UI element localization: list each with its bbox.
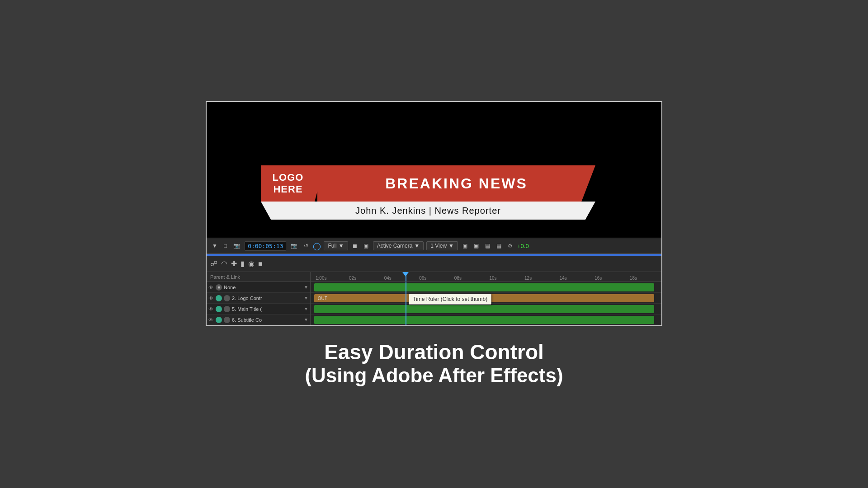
tl-btn-copy[interactable]: ▮ <box>241 259 245 268</box>
layer-row-subtitle: 👁 6. Subtitle Co ▼ <box>207 314 310 325</box>
track-row-4 <box>311 314 661 325</box>
reset-btn[interactable]: ↺ <box>302 242 310 250</box>
view-mode-1[interactable]: ▣ <box>461 242 469 250</box>
tracks-area[interactable]: 1:00s 02s 04s 06s 08s 10s 12s 14s 16s 18… <box>311 272 661 325</box>
tl-btn-add[interactable]: ✚ <box>231 259 237 268</box>
view-mode-2[interactable]: ▣ <box>472 242 481 250</box>
view-mode-3[interactable]: ▤ <box>483 242 492 250</box>
layer-icon-subtitle <box>216 317 222 323</box>
viewer-btn[interactable]: □ <box>222 242 229 250</box>
layers-header: Parent & Link <box>207 272 310 282</box>
quality-dropdown[interactable]: Full ▼ <box>324 241 348 250</box>
time-marker-2: 02s <box>349 276 356 281</box>
layer-name-none: None <box>224 285 302 290</box>
tooltip-text: Time Ruler (Click to set thumb) <box>413 296 487 302</box>
layer-icon-logo <box>216 295 222 301</box>
tl-btn-effects[interactable]: ◉ <box>248 259 255 268</box>
layer-row-main-title: 👁 5. Main Title ( ▼ <box>207 304 310 314</box>
comp-dropdown-btn[interactable]: ▼ <box>210 242 219 250</box>
time-ruler[interactable]: 1:00s 02s 04s 06s 08s 10s 12s 14s 16s 18… <box>311 272 661 282</box>
time-marker-16: 16s <box>594 276 602 281</box>
breaking-news-box: BREAKING NEWS <box>317 165 595 202</box>
view-count-dropdown[interactable]: 1 View ▼ <box>426 241 458 250</box>
layer-icon-none: ■ <box>216 284 222 291</box>
timeline-content: Parent & Link 👁 ■ None ▼ 👁 2. Lo <box>207 272 661 325</box>
track-rows: OUT Time Ruler (Click to set thumb) <box>311 282 661 325</box>
camera-label: Active Camera <box>377 243 413 249</box>
track-out-label: OUT <box>318 296 327 301</box>
layer-row-logo: 👁 2. Logo Contr ▼ <box>207 293 310 304</box>
time-marker-10: 10s <box>489 276 496 281</box>
quality-label: Full <box>328 243 336 249</box>
time-marker-12: 12s <box>524 276 532 281</box>
time-marker-14: 14s <box>560 276 567 281</box>
view-count-label: 1 View <box>430 243 447 249</box>
eye-icon-main[interactable]: 👁 <box>208 306 214 312</box>
tooltip-time-ruler: Time Ruler (Click to set thumb) <box>409 294 491 305</box>
bottom-title-sub: (Using Adobe After Effects) <box>305 364 563 387</box>
layer-row-none: 👁 ■ None ▼ <box>207 282 310 293</box>
camera-icon-btn[interactable]: 📷 <box>289 242 299 250</box>
eye-icon-subtitle[interactable]: 👁 <box>208 317 214 323</box>
main-container: LOGO HERE BREAKING NEWS John K. Jenkins … <box>206 101 662 387</box>
time-marker-18: 18s <box>630 276 637 281</box>
layer-dropdown-logo[interactable]: ▼ <box>304 296 308 300</box>
eye-icon-none[interactable]: 👁 <box>208 285 214 290</box>
snapshot-btn[interactable]: 📷 <box>231 242 242 250</box>
playhead-line <box>406 282 406 325</box>
ae-window: LOGO HERE BREAKING NEWS John K. Jenkins … <box>206 101 662 326</box>
news-banner: LOGO HERE BREAKING NEWS John K. Jenkins … <box>261 165 595 220</box>
grid-btn[interactable]: ◼ <box>351 242 359 250</box>
playhead-head-top <box>402 272 409 277</box>
tl-btn-parent[interactable]: ◠ <box>221 259 227 268</box>
track-bar-1 <box>314 283 655 291</box>
layer-name-logo: 2. Logo Contr <box>232 296 302 301</box>
preview-panel: LOGO HERE BREAKING NEWS John K. Jenkins … <box>207 102 661 238</box>
track-row-1 <box>311 282 661 293</box>
layer-icon-main <box>216 306 222 312</box>
news-banner-top: LOGO HERE BREAKING NEWS <box>261 165 595 202</box>
time-marker-8: 08s <box>454 276 462 281</box>
track-row-3 <box>311 304 661 314</box>
timeline-panel: ☍ ◠ ✚ ▮ ◉ ■ Parent & Link 👁 ■ <box>207 256 661 325</box>
track-bar-3 <box>314 305 655 313</box>
bottom-title-main: Easy Duration Control <box>305 340 563 364</box>
logo-text: LOGO HERE <box>273 172 304 196</box>
viewport-toolbar: ▼ □ 📷 0:00:05:13 📷 ↺ ◯ Full ▼ ◼ ▣ Active… <box>207 238 661 254</box>
layer-dropdown-none[interactable]: ▼ <box>304 285 308 290</box>
layer-name-subtitle: 6. Subtitle Co <box>232 317 302 323</box>
bottom-title: Easy Duration Control (Using Adobe After… <box>305 340 563 387</box>
time-marker-4: 04s <box>384 276 392 281</box>
timeline-toolbar: ☍ ◠ ✚ ▮ ◉ ■ <box>207 256 661 272</box>
timecode-display: 0:00:05:13 <box>245 241 286 251</box>
breaking-news-text: BREAKING NEWS <box>385 175 528 192</box>
layer-dropdown-main[interactable]: ▼ <box>304 306 308 311</box>
layer-name-main-title: 5. Main Title ( <box>232 306 302 312</box>
plus-value-display: +0.0 <box>517 243 529 249</box>
overlay-btn[interactable]: ▣ <box>362 242 370 250</box>
news-banner-bottom: John K. Jenkins | News Reporter <box>261 202 595 220</box>
track-bar-4 <box>314 316 655 324</box>
eye-icon-logo[interactable]: 👁 <box>208 296 214 301</box>
logo-box: LOGO HERE <box>261 165 324 202</box>
track-row-2: OUT Time Ruler (Click to set thumb) <box>311 293 661 304</box>
tl-btn-markers[interactable]: ■ <box>258 260 263 268</box>
layer-dropdown-subtitle[interactable]: ▼ <box>304 317 308 322</box>
time-marker-6: 06s <box>419 276 426 281</box>
layer-icon-logo2 <box>224 295 230 301</box>
layer-icon-subtitle2 <box>224 317 230 323</box>
settings-btn[interactable]: ⚙ <box>506 242 514 250</box>
logo-line1: LOGO <box>273 172 304 183</box>
time-marker-0: 1:00s <box>316 276 326 281</box>
layers-panel: Parent & Link 👁 ■ None ▼ 👁 2. Lo <box>207 272 311 325</box>
color-wheel-icon: ◯ <box>313 242 321 250</box>
layer-icon-main2 <box>224 306 230 312</box>
reporter-text: John K. Jenkins | News Reporter <box>355 206 501 216</box>
logo-line2: HERE <box>273 183 302 195</box>
camera-dropdown[interactable]: Active Camera ▼ <box>373 241 424 250</box>
view-mode-4[interactable]: ▤ <box>495 242 503 250</box>
tl-btn-solo[interactable]: ☍ <box>210 259 217 268</box>
layers-header-text: Parent & Link <box>210 274 240 280</box>
